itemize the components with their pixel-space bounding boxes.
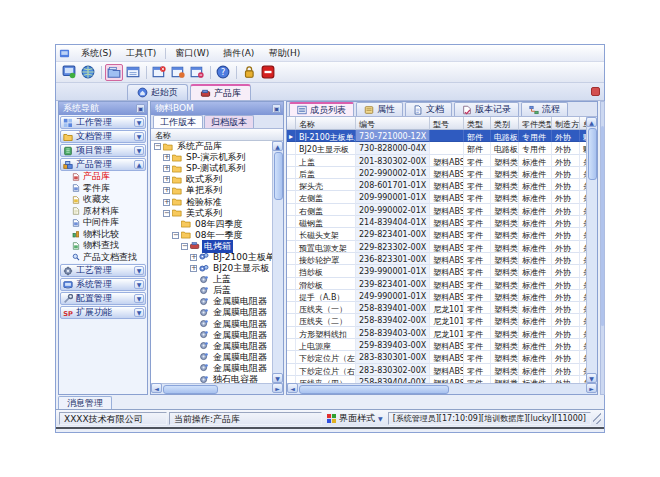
tree-column-header[interactable]: 名称 xyxy=(151,129,283,141)
scroll-down-icon[interactable]: ▼ xyxy=(586,373,597,383)
collapse-icon[interactable]: − xyxy=(163,210,170,217)
table-row[interactable]: 探头壳208-601701-01X塑料ABS零件塑料类标准件外协条 xyxy=(287,179,586,191)
table-row[interactable]: 压线夹（一）258-839401-00X尼龙1010零件塑料类标准件外协条 xyxy=(287,302,586,314)
table-row[interactable]: 上盖201-830302-00X塑料ABS零件塑料类标准件外协条 xyxy=(287,155,586,167)
nav-section-header[interactable]: 项目管理▼ xyxy=(60,144,146,157)
scroll-up-icon[interactable]: ▲ xyxy=(586,117,597,127)
lock-button[interactable] xyxy=(240,64,258,81)
scroll-right-icon[interactable]: ► xyxy=(586,383,597,393)
members-tab[interactable]: 成员列表 xyxy=(289,102,354,116)
web-browser-button[interactable] xyxy=(79,64,97,81)
members-tab[interactable]: 流程 xyxy=(521,102,568,116)
members-tab[interactable]: 版本记录 xyxy=(454,102,519,116)
table-row[interactable]: 后盖202-990002-01X塑料ABS零件塑料类标准件外协条 xyxy=(287,167,586,179)
table-row[interactable]: 方形塑料线扣258-839403-00X尼龙1010零件塑料类标准件外协条 xyxy=(287,327,586,339)
column-header[interactable]: 名称 xyxy=(296,117,356,130)
scrollbar-thumb[interactable] xyxy=(163,385,218,394)
refresh-document-button[interactable] xyxy=(169,64,187,81)
scroll-up-icon[interactable]: ▲ xyxy=(272,141,283,151)
scrollbar-thumb[interactable] xyxy=(274,152,283,200)
table-row[interactable]: 提手（A.B）249-990001-01X塑料ABS零件塑料类标准件外协条 xyxy=(287,290,586,302)
scroll-left-icon[interactable]: ◄ xyxy=(287,383,298,393)
scrollbar-thumb[interactable] xyxy=(299,385,449,394)
nav-item[interactable]: 原材料库 xyxy=(60,206,146,218)
column-header[interactable]: 类别 xyxy=(491,117,519,130)
nav-section-header[interactable]: 产品管理▲ xyxy=(60,158,146,171)
table-row[interactable]: 下纱定位片（左）283-830301-00X塑料ABS零件塑料类标准件外协条 xyxy=(287,351,586,363)
table-row[interactable]: ▸BJ-2100主板单点730-721000-12X部件电路板专用件外协颗 xyxy=(287,130,586,142)
grid-horizontal-scrollbar[interactable]: ◄ ► xyxy=(287,383,597,394)
scroll-down-icon[interactable]: ▼ xyxy=(272,373,283,383)
chevron-down-icon[interactable]: ▼ xyxy=(134,266,144,275)
expand-icon[interactable]: + xyxy=(163,165,170,172)
chevron-down-icon[interactable]: ▼ xyxy=(134,132,144,141)
chevron-up-icon[interactable]: ▲ xyxy=(134,160,144,169)
nav-item[interactable]: 物料比较 xyxy=(60,229,146,241)
document-tab-active[interactable]: 产品库 xyxy=(190,84,251,100)
menu-item[interactable]: 帮助(H) xyxy=(261,46,307,61)
collapse-icon[interactable]: − xyxy=(181,243,188,250)
table-row[interactable]: 挡纱板239-990001-01X塑料ABS零件塑料类标准件外协条 xyxy=(287,265,586,277)
table-row[interactable]: 压线夹（四）258-839404-00X塑料ABS零件塑料类标准件外协条 xyxy=(287,376,586,383)
pin-icon[interactable]: ▣ xyxy=(272,104,281,113)
window-list-button[interactable] xyxy=(124,64,142,81)
tree-horizontal-scrollbar[interactable]: ◄ ► xyxy=(151,383,283,394)
scroll-right-icon[interactable]: ► xyxy=(272,383,283,393)
nav-section-header[interactable]: 配置管理▼ xyxy=(60,292,146,305)
table-row[interactable]: 压线夹（二）258-839402-00X尼龙1010零件塑料类标准件外协条 xyxy=(287,314,586,326)
pin-icon[interactable]: ▣ xyxy=(136,104,145,113)
expand-icon[interactable]: + xyxy=(163,176,170,183)
chevron-down-icon[interactable]: ▼ xyxy=(134,118,144,127)
tree-vertical-scrollbar[interactable]: ▲ ▼ xyxy=(272,141,283,383)
tree-node[interactable]: 独石电容器 xyxy=(151,374,272,383)
column-header[interactable]: 零件类型 xyxy=(519,117,552,130)
exit-button[interactable] xyxy=(259,64,277,81)
expand-icon[interactable]: + xyxy=(163,199,170,206)
menu-item[interactable]: 插件(A) xyxy=(216,46,261,61)
members-tab[interactable]: 文档 xyxy=(405,102,452,116)
nav-section-header[interactable]: 工作管理▼ xyxy=(60,116,146,129)
expand-icon[interactable]: + xyxy=(190,254,197,261)
chevron-down-icon[interactable]: ▼ xyxy=(134,280,144,289)
members-tab[interactable]: 属性 xyxy=(356,102,403,116)
grid-vertical-scrollbar[interactable]: ▲ ▼ xyxy=(586,117,597,383)
column-header[interactable]: 类型 xyxy=(464,117,491,130)
chevron-down-icon[interactable]: ▼ xyxy=(134,146,144,155)
nav-item[interactable]: 产品文档查找 xyxy=(60,252,146,264)
table-row[interactable]: 下纱定位片（右）283-830302-00X塑料ABS零件塑料类标准件外协条 xyxy=(287,364,586,376)
close-document-button[interactable] xyxy=(150,64,168,81)
ui-style-button[interactable]: 界面样式 ▼ xyxy=(324,412,386,425)
nav-section-header[interactable]: 系统管理▼ xyxy=(60,278,146,291)
table-row[interactable]: 预置电源支架229-823302-00X塑料ABS零件塑料类标准件外协条 xyxy=(287,241,586,253)
resize-grip[interactable] xyxy=(593,413,601,424)
nav-item[interactable]: 零件库 xyxy=(60,183,146,195)
expand-icon[interactable]: + xyxy=(190,265,197,272)
nav-section-header[interactable]: 工艺管理▼ xyxy=(60,264,146,277)
scrollbar-thumb[interactable] xyxy=(588,128,597,180)
table-row[interactable]: 上电源座259-839403-00X塑料ABS零件塑料类标准件外协条 xyxy=(287,339,586,351)
table-row[interactable]: 滑纱板239-823401-00X塑料ABS零件塑料类标准件外协条 xyxy=(287,278,586,290)
table-row[interactable]: 磁钢盖214-839404-01X塑料ABS零件塑料类标准件外协条 xyxy=(287,216,586,228)
panel-vertical-scrollbar[interactable] xyxy=(600,101,605,395)
column-header[interactable]: 制造方式 xyxy=(552,117,580,130)
expand-icon[interactable]: + xyxy=(163,187,170,194)
export-document-button[interactable] xyxy=(188,64,206,81)
menu-item[interactable]: 窗口(W) xyxy=(168,46,216,61)
table-row[interactable]: 右侧盖209-990002-01X塑料ABS零件塑料类标准件外协条 xyxy=(287,204,586,216)
product-library-button[interactable] xyxy=(105,64,123,81)
column-header[interactable]: 型号 xyxy=(430,117,464,130)
scroll-left-icon[interactable]: ◄ xyxy=(151,383,162,393)
nav-item[interactable]: 产品库 xyxy=(60,171,146,183)
chevron-down-icon[interactable]: ▼ xyxy=(134,294,144,303)
nav-item[interactable]: 物料查找 xyxy=(60,240,146,252)
table-row[interactable]: 左侧盖209-990001-01X塑料ABS零件塑料类标准件外协条 xyxy=(287,191,586,203)
tabstrip-close-button[interactable] xyxy=(591,87,600,96)
collapse-icon[interactable]: − xyxy=(154,143,161,150)
nav-item[interactable]: 收藏夹 xyxy=(60,194,146,206)
expand-icon[interactable]: + xyxy=(163,154,170,161)
column-header[interactable]: 编号 xyxy=(356,117,430,130)
bom-tab[interactable]: 工作版本 xyxy=(153,115,203,128)
collapse-icon[interactable]: − xyxy=(172,232,179,239)
bom-tab[interactable]: 归档版本 xyxy=(204,115,254,128)
nav-item[interactable]: 中间件库 xyxy=(60,217,146,229)
